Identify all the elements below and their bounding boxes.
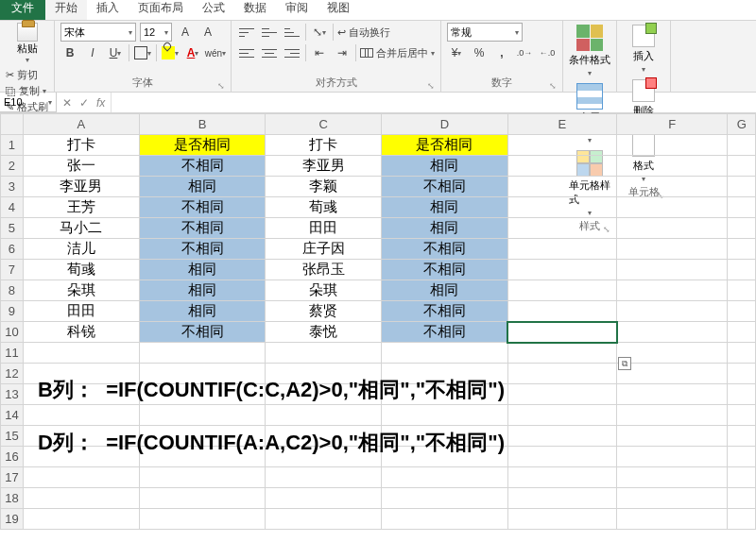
comma-button[interactable] (492, 43, 511, 62)
cell[interactable] (617, 364, 728, 384)
cell[interactable] (728, 301, 756, 322)
cell[interactable] (23, 509, 139, 530)
cell[interactable] (728, 177, 756, 197)
wrap-text-button[interactable]: 自动换行 (337, 25, 390, 40)
align-left-button[interactable] (237, 43, 256, 62)
cell[interactable] (507, 384, 616, 405)
cell[interactable] (728, 343, 756, 364)
cell[interactable]: 庄子因 (266, 239, 382, 260)
cell[interactable] (617, 197, 728, 218)
cell[interactable] (139, 405, 265, 426)
cell[interactable]: 不相同 (382, 301, 507, 322)
font-size-select[interactable]: 12▾ (140, 23, 172, 42)
row-header[interactable]: 7 (1, 260, 24, 280)
select-all-corner[interactable] (1, 114, 24, 135)
cell[interactable] (382, 467, 507, 488)
cell[interactable] (507, 177, 616, 197)
cell[interactable]: 不相同 (139, 156, 265, 177)
row-header[interactable]: 5 (1, 218, 24, 239)
cut-button[interactable]: 剪切 (6, 68, 48, 82)
paste-options-icon[interactable]: ⧉ (618, 357, 631, 370)
cell[interactable]: 不相同 (382, 239, 507, 260)
cell[interactable] (617, 384, 728, 405)
decrease-font-button[interactable] (198, 23, 217, 42)
cell[interactable]: 不相同 (382, 177, 507, 197)
orientation-button[interactable]: ▾ (310, 23, 329, 42)
tab-home[interactable]: 开始 (45, 0, 87, 20)
cell[interactable] (617, 426, 728, 447)
cell[interactable] (507, 280, 616, 301)
align-bottom-button[interactable] (283, 23, 301, 42)
cell[interactable] (507, 426, 616, 447)
percent-button[interactable] (470, 43, 489, 62)
col-header-A[interactable]: A (23, 114, 139, 135)
enter-formula-icon[interactable]: ✓ (79, 96, 89, 110)
cell[interactable] (728, 218, 756, 239)
cell[interactable]: 蔡贤 (266, 301, 382, 322)
cell[interactable] (617, 343, 728, 364)
cell[interactable] (617, 447, 728, 467)
cell[interactable] (617, 405, 728, 426)
cell[interactable]: 相同 (139, 260, 265, 280)
cell[interactable]: 科锐 (23, 322, 139, 343)
cell[interactable]: 不相同 (382, 260, 507, 280)
cell[interactable] (617, 301, 728, 322)
tab-data[interactable]: 数据 (234, 0, 276, 20)
cell[interactable] (507, 218, 616, 239)
cell[interactable]: 王芳 (23, 197, 139, 218)
cell[interactable]: 泰悦 (266, 322, 382, 343)
tab-insert[interactable]: 插入 (87, 0, 129, 20)
cell[interactable] (617, 509, 728, 530)
insert-cells-button[interactable]: 插入▾ (623, 23, 664, 74)
cell[interactable]: 张昂玉 (266, 260, 382, 280)
col-header-E[interactable]: E (507, 114, 616, 135)
cell[interactable] (617, 260, 728, 280)
cell[interactable] (139, 467, 265, 488)
tab-file[interactable]: 文件 (0, 0, 45, 20)
col-header-G[interactable]: G (728, 114, 756, 135)
cell[interactable] (507, 364, 616, 384)
cell[interactable] (728, 426, 756, 447)
cell[interactable]: 荀彧 (266, 197, 382, 218)
cell[interactable] (266, 343, 382, 364)
cell[interactable] (728, 488, 756, 509)
row-header[interactable]: 14 (1, 405, 24, 426)
cell[interactable]: 洁儿 (23, 239, 139, 260)
decrease-indent-button[interactable] (310, 43, 329, 62)
currency-button[interactable]: ▾ (447, 43, 466, 62)
cell[interactable] (266, 488, 382, 509)
cell[interactable] (23, 467, 139, 488)
cell[interactable] (266, 467, 382, 488)
row-header[interactable]: 4 (1, 197, 24, 218)
cell[interactable] (507, 197, 616, 218)
col-header-D[interactable]: D (382, 114, 507, 135)
cell[interactable] (507, 405, 616, 426)
name-box[interactable]: E10▾ (0, 93, 57, 112)
row-header[interactable]: 17 (1, 467, 24, 488)
cell[interactable] (266, 509, 382, 530)
cell[interactable] (23, 405, 139, 426)
cell[interactable]: 相同 (382, 197, 507, 218)
cell[interactable] (23, 343, 139, 364)
cell[interactable] (728, 467, 756, 488)
cell[interactable] (617, 280, 728, 301)
cell[interactable] (617, 156, 728, 177)
cell[interactable] (728, 197, 756, 218)
cell[interactable]: 李亚男 (23, 177, 139, 197)
col-header-C[interactable]: C (266, 114, 382, 135)
underline-button[interactable]: U▾ (106, 43, 125, 62)
align-middle-button[interactable] (260, 23, 279, 42)
cell[interactable] (728, 384, 756, 405)
tab-page-layout[interactable]: 页面布局 (129, 0, 193, 20)
bold-button[interactable]: B (60, 43, 79, 62)
cell[interactable] (507, 301, 616, 322)
cell[interactable] (382, 509, 507, 530)
align-center-button[interactable] (260, 43, 279, 62)
cell[interactable] (507, 156, 616, 177)
cell[interactable] (617, 488, 728, 509)
cell[interactable] (617, 239, 728, 260)
increase-font-button[interactable] (176, 23, 195, 42)
cell[interactable] (507, 135, 616, 156)
cell[interactable] (728, 239, 756, 260)
cell[interactable]: 朵琪 (266, 280, 382, 301)
